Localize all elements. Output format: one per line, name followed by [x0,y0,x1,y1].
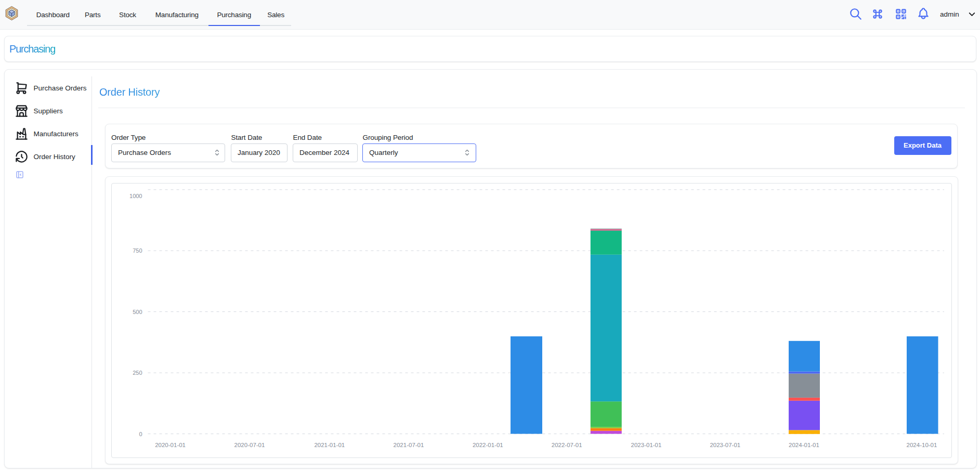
svg-text:2021-01-01: 2021-01-01 [314,442,345,448]
svg-text:2020-07-01: 2020-07-01 [234,442,265,448]
svg-text:1000: 1000 [129,193,142,199]
svg-text:2022-07-01: 2022-07-01 [552,442,582,448]
svg-text:2023-07-01: 2023-07-01 [710,442,740,448]
svg-text:2022-01-01: 2022-01-01 [473,442,503,448]
svg-text:2023-01-01: 2023-01-01 [631,442,662,448]
svg-text:2021-07-01: 2021-07-01 [394,442,424,448]
svg-text:250: 250 [133,370,142,376]
svg-text:750: 750 [133,247,142,254]
svg-text:0: 0 [139,431,142,437]
svg-text:2024-10-01: 2024-10-01 [907,442,937,448]
svg-text:500: 500 [133,309,142,315]
svg-text:2024-01-01: 2024-01-01 [789,442,819,448]
svg-text:2020-01-01: 2020-01-01 [155,442,186,448]
